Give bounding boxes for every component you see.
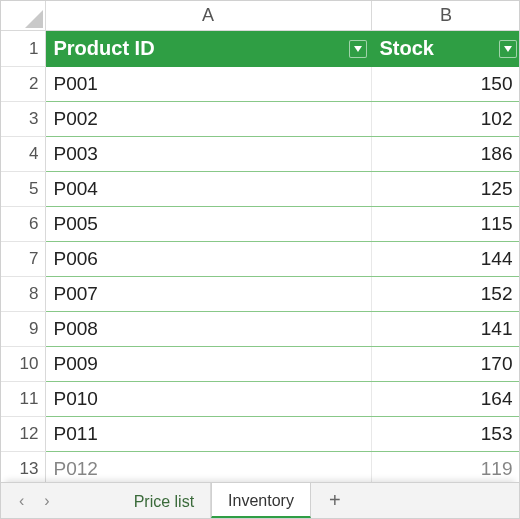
table-row: 5 P004 125 — [1, 172, 519, 207]
row-header-12[interactable]: 12 — [1, 417, 45, 452]
cell-B11[interactable]: 164 — [371, 382, 519, 417]
column-header-B[interactable]: B — [371, 1, 519, 31]
cell-A9[interactable]: P008 — [45, 312, 371, 347]
cell-B4[interactable]: 186 — [371, 137, 519, 172]
table-row: 10 P009 170 — [1, 347, 519, 382]
cell-A2[interactable]: P001 — [45, 67, 371, 102]
sheet-tab-price-list[interactable]: Price list — [118, 483, 211, 518]
tab-nav-prev[interactable]: ‹ — [19, 492, 24, 510]
table-row: 8 P007 152 — [1, 277, 519, 312]
table-header-label: Product ID — [54, 37, 155, 59]
cell-B9[interactable]: 141 — [371, 312, 519, 347]
row-header-8[interactable]: 8 — [1, 277, 45, 312]
cell-A6[interactable]: P005 — [45, 207, 371, 242]
row-header-6[interactable]: 6 — [1, 207, 45, 242]
table-header-stock[interactable]: Stock — [371, 31, 519, 67]
cell-B10[interactable]: 170 — [371, 347, 519, 382]
filter-button-product-id[interactable] — [349, 40, 367, 58]
cell-B6[interactable]: 115 — [371, 207, 519, 242]
column-header-A[interactable]: A — [45, 1, 371, 31]
sheet-tab-inventory[interactable]: Inventory — [211, 482, 311, 518]
row-header-5[interactable]: 5 — [1, 172, 45, 207]
cell-A11[interactable]: P010 — [45, 382, 371, 417]
table-row: 7 P006 144 — [1, 242, 519, 277]
cell-A3[interactable]: P002 — [45, 102, 371, 137]
spreadsheet-grid[interactable]: A B 1 Product ID Stock 2 P001 150 3 P002… — [1, 1, 519, 484]
cell-B2[interactable]: 150 — [371, 67, 519, 102]
table-row: 6 P005 115 — [1, 207, 519, 242]
cell-A5[interactable]: P004 — [45, 172, 371, 207]
filter-button-stock[interactable] — [499, 40, 517, 58]
row-header-10[interactable]: 10 — [1, 347, 45, 382]
cell-A4[interactable]: P003 — [45, 137, 371, 172]
table-row: 13 P012 119 — [1, 452, 519, 485]
svg-marker-1 — [504, 46, 512, 52]
add-sheet-button[interactable]: + — [311, 483, 359, 518]
row-header-2[interactable]: 2 — [1, 67, 45, 102]
cell-B7[interactable]: 144 — [371, 242, 519, 277]
table-header-label: Stock — [380, 37, 434, 59]
table-header-product-id[interactable]: Product ID — [45, 31, 371, 67]
cell-A10[interactable]: P009 — [45, 347, 371, 382]
table-row: 3 P002 102 — [1, 102, 519, 137]
chevron-down-icon — [354, 46, 362, 52]
row-header-1[interactable]: 1 — [1, 31, 45, 67]
row-header-9[interactable]: 9 — [1, 312, 45, 347]
cell-B8[interactable]: 152 — [371, 277, 519, 312]
cell-B3[interactable]: 102 — [371, 102, 519, 137]
tab-nav-next[interactable]: › — [44, 492, 49, 510]
row-header-13[interactable]: 13 — [1, 452, 45, 485]
svg-marker-0 — [354, 46, 362, 52]
table-row: 4 P003 186 — [1, 137, 519, 172]
cell-A13[interactable]: P012 — [45, 452, 371, 485]
cell-B12[interactable]: 153 — [371, 417, 519, 452]
chevron-down-icon — [504, 46, 512, 52]
select-all-corner[interactable] — [1, 1, 45, 31]
row-header-4[interactable]: 4 — [1, 137, 45, 172]
cell-B5[interactable]: 125 — [371, 172, 519, 207]
cell-A7[interactable]: P006 — [45, 242, 371, 277]
table-row: 12 P011 153 — [1, 417, 519, 452]
table-row: 9 P008 141 — [1, 312, 519, 347]
row-header-3[interactable]: 3 — [1, 102, 45, 137]
row-header-11[interactable]: 11 — [1, 382, 45, 417]
table-row: 11 P010 164 — [1, 382, 519, 417]
row-header-7[interactable]: 7 — [1, 242, 45, 277]
cell-A8[interactable]: P007 — [45, 277, 371, 312]
cell-A12[interactable]: P011 — [45, 417, 371, 452]
cell-B13[interactable]: 119 — [371, 452, 519, 485]
table-row: 2 P001 150 — [1, 67, 519, 102]
sheet-tab-strip: ‹ › Price list Inventory + — [1, 482, 519, 518]
